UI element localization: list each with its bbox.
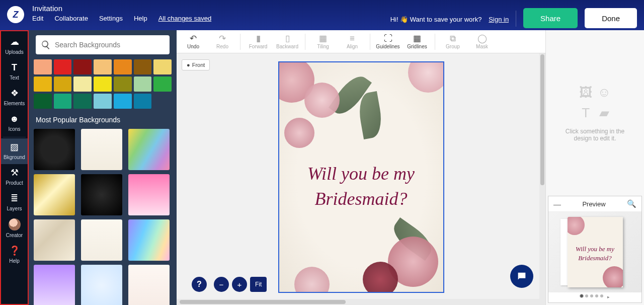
background-thumbnail[interactable] [34, 174, 75, 215]
menu-collaborate[interactable]: Collaborate [54, 15, 88, 22]
background-thumbnail[interactable] [128, 265, 170, 305]
color-swatch[interactable] [114, 59, 132, 74]
nav-sidebar: ☁ Uploads T Text ❖ Elements ☻ Icons ▨ Bk… [0, 30, 29, 305]
nav-icons[interactable]: ☻ Icons [0, 110, 29, 136]
design-canvas[interactable]: Will you be my Bridesmaid? [278, 61, 444, 293]
guidelines-icon: ⛶ [384, 34, 392, 43]
preview-minimize[interactable]: — [553, 200, 561, 208]
share-button[interactable]: Share [523, 8, 578, 28]
background-thumbnail[interactable] [81, 219, 122, 261]
color-swatch[interactable] [34, 77, 52, 92]
tb-redo: ↷Redo [210, 34, 235, 49]
chat-icon [516, 271, 527, 282]
color-swatch[interactable] [94, 77, 112, 92]
nav-background[interactable]: ▨ Bkground [0, 138, 29, 164]
text-icon: T [9, 62, 20, 73]
zazzle-logo[interactable]: Z [7, 6, 24, 23]
menu-help[interactable]: Help [134, 15, 147, 22]
tb-forward: ▮Forward [246, 34, 271, 49]
zoom-in-button[interactable]: + [232, 277, 247, 292]
tb-backward: ▯Backward [275, 34, 300, 49]
zoom-fit-button[interactable]: Fit [250, 277, 267, 292]
search-backgrounds[interactable] [36, 35, 170, 54]
nav-text[interactable]: T Text [0, 59, 29, 85]
shape-icon: ▰ [598, 105, 611, 121]
color-swatch[interactable] [134, 59, 152, 74]
done-button[interactable]: Done [585, 8, 637, 28]
tiling-icon: ▦ [319, 34, 327, 43]
canvas-text-line1[interactable]: Will you be my [279, 163, 443, 184]
color-swatch[interactable] [73, 77, 92, 92]
text-tool-icon: T [579, 105, 593, 121]
avatar-icon [9, 218, 21, 231]
color-swatch[interactable] [94, 59, 112, 74]
color-swatch[interactable] [114, 77, 132, 92]
backward-icon: ▯ [285, 34, 290, 43]
canvas-hscroll[interactable] [177, 299, 545, 305]
color-swatch[interactable] [54, 94, 72, 109]
color-swatch[interactable] [153, 59, 172, 74]
section-heading: Most Popular Backgrounds [36, 116, 170, 124]
background-thumbnail[interactable] [34, 219, 75, 261]
color-swatch[interactable] [34, 59, 52, 74]
signin-link[interactable]: Sign in [489, 16, 509, 23]
background-thumbnail[interactable] [81, 174, 122, 215]
redo-icon: ↷ [219, 34, 226, 43]
placeholder-icons: 🖼 ☺ T ▰ [579, 85, 611, 121]
background-thumbnail[interactable] [34, 129, 75, 170]
shapes-icon: ❖ [9, 88, 20, 99]
canvas-area: ↶Undo↷Redo▮Forward▯Backward▦Tiling≡Align… [177, 30, 545, 305]
search-input[interactable] [55, 41, 165, 49]
tb-guidelines[interactable]: ⛶Guidelines [375, 34, 400, 49]
nav-product[interactable]: ⚒ Product [0, 164, 29, 190]
color-swatch[interactable] [54, 59, 72, 74]
menu-settings[interactable]: Settings [99, 15, 123, 22]
color-swatch[interactable] [34, 94, 52, 109]
tb-group: ⧉Group [440, 34, 465, 49]
chat-button[interactable] [510, 265, 533, 288]
canvas-text-line2[interactable]: Bridesmaid? [279, 188, 443, 209]
nav-creator[interactable]: Creator [0, 215, 29, 242]
canvas-vscroll[interactable] [539, 53, 545, 299]
color-swatch[interactable] [114, 94, 132, 109]
gridlines-icon: ▦ [413, 34, 421, 43]
background-thumbnail[interactable] [128, 129, 170, 170]
doc-title: Invitation [32, 4, 211, 13]
inspector-panel: 🖼 ☺ T ▰ Click something in the design to… [545, 30, 644, 305]
background-thumbnail[interactable] [81, 129, 122, 170]
background-thumbnail[interactable] [128, 219, 170, 261]
image-icon: 🖼 [579, 85, 593, 100]
nav-divider [3, 137, 26, 137]
save-status: All changes saved [158, 15, 212, 22]
canvas-help-button[interactable]: ? [192, 277, 207, 292]
tb-gridlines[interactable]: ▦Gridlines [405, 34, 430, 49]
tb-mask: ◯Mask [469, 34, 495, 49]
color-swatch[interactable] [73, 94, 92, 109]
layers-icon: ≣ [9, 193, 20, 204]
tb-undo[interactable]: ↶Undo [181, 34, 206, 49]
preview-title: Preview [582, 200, 605, 208]
background-thumbnail[interactable] [128, 174, 170, 215]
background-thumbnail[interactable] [81, 265, 122, 305]
nav-uploads[interactable]: ☁ Uploads [0, 33, 29, 59]
color-swatch[interactable] [134, 94, 152, 109]
background-thumbnail[interactable] [34, 265, 75, 305]
undo-icon: ↶ [190, 34, 197, 43]
divider [516, 11, 516, 27]
tb-align: ≡Align [340, 34, 365, 49]
color-swatch[interactable] [94, 94, 112, 109]
nav-elements[interactable]: ❖ Elements [0, 85, 29, 110]
nav-help[interactable]: ❓ Help [0, 242, 29, 268]
nav-layers[interactable]: ≣ Layers [0, 190, 29, 215]
color-swatch[interactable] [54, 77, 72, 92]
preview-pager[interactable]: ▸ [548, 292, 641, 302]
zoom-out-button[interactable]: − [214, 277, 229, 292]
color-swatch[interactable] [153, 77, 172, 92]
preview-viewport[interactable]: Will you be my Bridesmaid? [548, 212, 641, 292]
preview-zoom[interactable]: 🔍 [627, 199, 636, 208]
menu-edit[interactable]: Edit [32, 15, 43, 22]
background-icon: ▨ [9, 141, 20, 152]
color-swatch[interactable] [73, 59, 92, 74]
greeting-text: Hi! 👋 Want to save your work? [390, 16, 482, 23]
color-swatch[interactable] [134, 77, 152, 92]
